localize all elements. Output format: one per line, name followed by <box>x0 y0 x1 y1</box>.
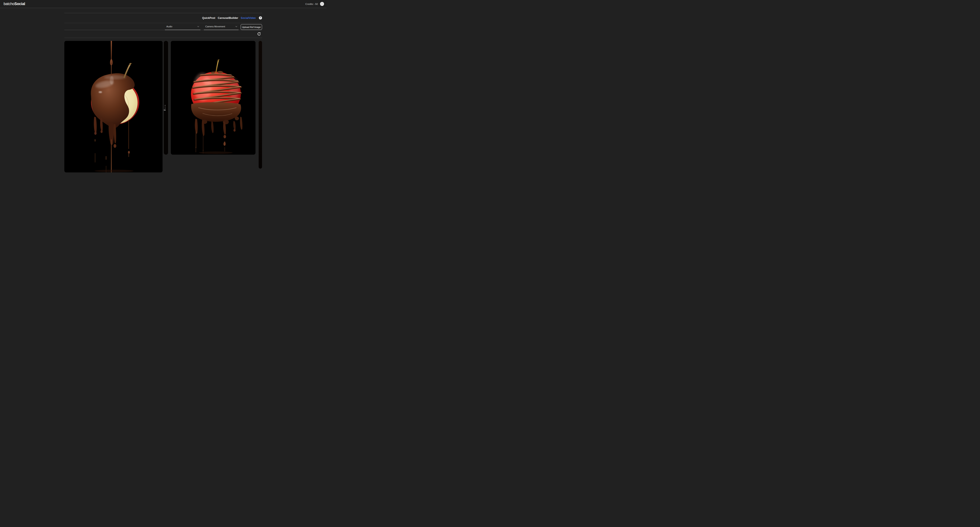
refresh-icon <box>257 32 261 36</box>
video-progress-bar[interactable] <box>164 110 168 110</box>
chevron-down-icon <box>197 25 199 27</box>
video-card-2-partial[interactable] <box>164 41 168 155</box>
kebab-menu-icon[interactable] <box>164 105 166 109</box>
tab-carouselbuilder[interactable]: CarouselBuilder <box>218 16 238 19</box>
chevron-down-icon <box>235 25 237 27</box>
video-card-3[interactable] <box>171 41 256 155</box>
socialvideo-page: batchoSocial Credits: -50 QuickPost Caro… <box>0 0 326 176</box>
audio-select-value: Audio <box>166 25 172 28</box>
camera-movement-select[interactable]: Camera Movement <box>204 23 239 30</box>
logo-text-bold: Social <box>14 2 25 6</box>
credits-label: Credits: -50 <box>305 3 318 5</box>
tab-quickpost[interactable]: QuickPost <box>202 16 215 19</box>
camera-select-value: Camera Movement <box>205 25 225 28</box>
video-thumbnail-choc-drizzle-apple <box>171 41 256 155</box>
video-thumbnail-choc-pour-apple <box>64 41 162 172</box>
video-progress-fill <box>164 110 166 110</box>
tab-socialvideo[interactable]: SocialVideo <box>241 16 256 19</box>
help-icon[interactable]: ? <box>259 16 262 19</box>
logo-text-light: batcho <box>3 2 14 6</box>
mode-tabs: QuickPost CarouselBuilder SocialVideo ? <box>64 13 262 23</box>
avatar[interactable] <box>320 2 324 6</box>
photo-placeholder-icon <box>321 3 323 5</box>
app-logo[interactable]: batchoSocial <box>3 2 25 6</box>
audio-select[interactable]: Audio <box>165 23 200 30</box>
divider-above-gallery <box>64 38 262 38</box>
header-right-group: Credits: -50 <box>305 2 324 6</box>
video-card-4-partial[interactable] <box>259 41 262 169</box>
refresh-button[interactable] <box>257 32 261 36</box>
top-bar: batchoSocial Credits: -50 <box>0 0 326 8</box>
upload-ref-image-button[interactable]: Upload Ref Image <box>241 24 262 30</box>
video-card-1[interactable] <box>64 41 162 172</box>
